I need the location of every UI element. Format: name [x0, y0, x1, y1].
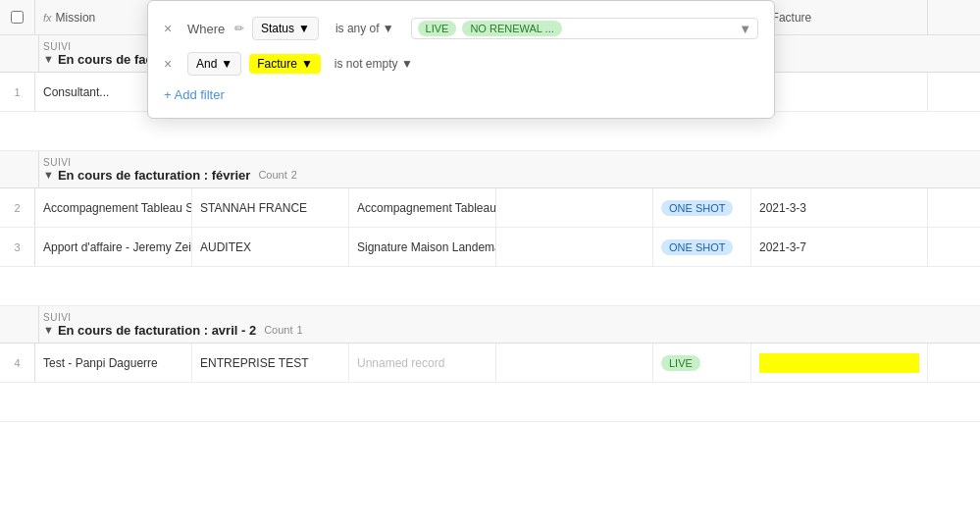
c3-cell	[496, 188, 653, 227]
chevron-down-icon-op2: ▼	[401, 57, 413, 71]
chevron-down-icon-op: ▼	[383, 22, 394, 35]
row-number: 1	[0, 73, 35, 111]
c2-cell: Signature Maison Landemain	[349, 228, 496, 266]
table-row: 3 Apport d'affaire - Jeremy Zeitoun AUDI…	[0, 228, 980, 267]
filter-field-facture[interactable]: Facture ▼	[249, 54, 321, 74]
filter-values-container[interactable]: LIVE NO RENEWAL ... ▼	[411, 18, 758, 39]
empty-row-bottom	[0, 383, 980, 422]
add-filter-button[interactable]: + Add filter	[164, 87, 758, 102]
pencil-icon-1: ✏	[234, 22, 244, 35]
facture-cell	[751, 344, 928, 382]
c1-cell: AUDITEX	[192, 228, 349, 266]
c2-cell: Accompagnement Tableau So	[349, 188, 496, 227]
row-num-placeholder-2	[4, 151, 39, 187]
mission-cell: Test - Panpi Daguerre	[35, 344, 192, 382]
status-badge-live: LIVE	[661, 355, 700, 371]
count-value-2: 2	[291, 169, 297, 181]
table-row: 4 Test - Panpi Daguerre ENTREPRISE TEST …	[0, 344, 980, 383]
add-filter-label: + Add filter	[164, 87, 225, 102]
c4-cell: LIVE	[653, 344, 751, 382]
c3-cell	[496, 228, 653, 266]
group-title-2: En cours de facturation : février	[58, 168, 251, 183]
suivi-label-2: SUIVI	[43, 157, 297, 168]
filter-field-status[interactable]: Status ▼	[252, 17, 319, 40]
c1-cell: STANNAH FRANCE	[192, 188, 349, 227]
c3-cell	[496, 344, 653, 382]
chevron-1[interactable]: ▼	[43, 53, 54, 65]
c1-cell: ENTREPRISE TEST	[192, 344, 349, 382]
filter-value-norenewal: NO RENEWAL ...	[462, 21, 561, 36]
close-filter-2[interactable]: ×	[164, 56, 180, 72]
and-button[interactable]: And ▼	[187, 52, 241, 76]
and-label: And	[196, 57, 217, 71]
row-num-placeholder-3	[4, 306, 39, 343]
chevron-3[interactable]: ▼	[43, 324, 54, 336]
c2-cell: Unnamed record	[349, 344, 496, 382]
close-filter-1[interactable]: ×	[164, 21, 180, 36]
filter-popup: × Where ✏ Status ▼ is any of ▼ LIVE NO R…	[147, 0, 775, 119]
filter-op-isnotempty-label: is not empty	[335, 57, 398, 71]
facture-cell: 2021-3-7	[751, 228, 928, 266]
unnamed-record: Unnamed record	[357, 356, 444, 370]
select-all-checkbox[interactable]	[0, 0, 35, 34]
filter-field-facture-label: Facture	[257, 57, 297, 71]
mission-cell: Accompagnement Tableau Software ...	[35, 188, 192, 227]
mission-cell: Apport d'affaire - Jeremy Zeitoun	[35, 228, 192, 266]
chevron-down-icon-status: ▼	[298, 22, 310, 35]
filter-row-1: × Where ✏ Status ▼ is any of ▼ LIVE NO R…	[164, 17, 758, 40]
table-row: 2 Accompagnement Tableau Software ... ST…	[0, 188, 980, 228]
facture-column-header: fx Facture	[751, 0, 928, 34]
filter-value-live: LIVE	[418, 21, 457, 36]
filter-field-status-label: Status	[261, 22, 294, 35]
fx-icon: fx	[43, 12, 52, 24]
row-num-placeholder	[4, 35, 39, 72]
highlight-yellow-cell	[759, 353, 919, 373]
group-header-2: SUIVI ▼ En cours de facturation : févrie…	[0, 151, 980, 188]
suivi-label-1: SUIVI	[43, 41, 164, 52]
chevron-down-icon-values: ▼	[739, 22, 751, 36]
status-badge: ONE SHOT	[661, 200, 733, 216]
count-label-2: Count	[258, 169, 286, 181]
c4-cell: ONE SHOT	[653, 188, 751, 227]
count-value-3: 1	[297, 324, 303, 336]
count-label-3: Count	[264, 324, 292, 336]
row-number: 4	[0, 344, 35, 382]
filter-op-isanyof[interactable]: is any of ▼	[327, 17, 403, 40]
facture-cell: 2021-3-3	[751, 188, 928, 227]
filter-row-2: × And ▼ Facture ▼ is not empty ▼	[164, 52, 758, 76]
where-label: Where	[187, 22, 227, 36]
group-title-3: En cours de facturation : avril - 2	[58, 323, 256, 338]
filter-op-label: is any of	[335, 22, 380, 35]
row-number: 3	[0, 228, 35, 266]
c4-cell: ONE SHOT	[653, 228, 751, 266]
suivi-label-3: SUIVI	[43, 312, 303, 323]
row-number: 2	[0, 188, 35, 227]
chevron-2[interactable]: ▼	[43, 169, 54, 181]
chevron-down-icon-and: ▼	[221, 57, 232, 71]
group-header-3: SUIVI ▼ En cours de facturation : avril …	[0, 306, 980, 344]
chevron-down-icon-facture: ▼	[301, 57, 313, 71]
filter-op-isnotempty[interactable]: is not empty ▼	[329, 54, 419, 74]
status-badge: ONE SHOT	[661, 239, 733, 255]
empty-row	[0, 267, 980, 306]
facture-cell	[751, 73, 928, 111]
